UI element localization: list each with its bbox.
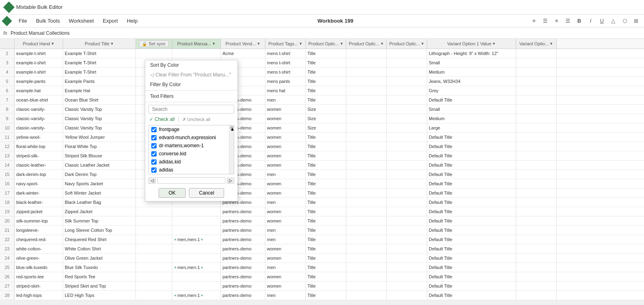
cell-i[interactable] [387, 161, 427, 169]
cell-f[interactable]: women [265, 216, 306, 225]
cell-f[interactable]: women [265, 161, 306, 169]
filter-icon-f[interactable]: ▼ [299, 42, 303, 46]
cell-f[interactable]: women [265, 244, 306, 253]
cell-g[interactable]: Title [306, 291, 346, 300]
cell-a[interactable]: silk-summer-top [15, 216, 63, 225]
cell-f[interactable]: mens t-shirt [265, 58, 306, 67]
cell-c[interactable] [136, 216, 172, 225]
cell-b[interactable]: Soft Winter Jacket [63, 189, 136, 197]
col-header-h[interactable]: Product Optic... ▼ [346, 39, 387, 49]
filter-checkbox[interactable] [151, 127, 157, 132]
cell-h[interactable] [346, 68, 387, 76]
cell-j[interactable]: Large [427, 123, 516, 132]
cell-i[interactable] [387, 198, 427, 207]
cell-f[interactable]: women [265, 114, 306, 123]
cell-j[interactable]: Default Title [427, 282, 516, 290]
cell-k[interactable] [516, 226, 557, 235]
scroll-up-arrow[interactable]: ▲ [230, 126, 233, 129]
cell-e[interactable]: partners-demo [221, 216, 265, 225]
cell-a[interactable]: striped-silk- [15, 151, 63, 160]
align-right-icon[interactable]: ≡ [552, 16, 561, 26]
cell-g[interactable]: Size [306, 123, 346, 132]
cell-i[interactable] [387, 235, 427, 244]
cell-g[interactable]: Title [306, 86, 346, 95]
cell-b[interactable]: Silk Summer Top [63, 216, 136, 225]
cell-g[interactable]: Title [306, 151, 346, 160]
text-filters-item[interactable]: Text Filters [145, 91, 237, 101]
cell-i[interactable] [387, 179, 427, 188]
cell-j[interactable]: Default Title [427, 291, 516, 300]
cell-b[interactable]: Dark Denim Top [63, 170, 136, 179]
cell-k[interactable] [516, 151, 557, 160]
cell-a[interactable]: red-sports-tee [15, 272, 63, 281]
cell-g[interactable]: Title [306, 216, 346, 225]
cell-c[interactable] [136, 49, 172, 58]
col-header-e[interactable]: Product Vend... ▼ [221, 39, 265, 49]
cell-b[interactable]: Floral White Top [63, 142, 136, 151]
cell-h[interactable] [346, 133, 387, 142]
cell-j[interactable]: Grey [427, 86, 516, 95]
cell-g[interactable]: Title [306, 49, 346, 58]
cell-g[interactable]: Title [306, 272, 346, 281]
cell-b[interactable]: Black Leather Bag [63, 198, 136, 207]
cell-h[interactable] [346, 77, 387, 86]
cell-k[interactable] [516, 161, 557, 169]
cell-j[interactable]: Default Title [427, 198, 516, 207]
cell-c[interactable] [136, 291, 172, 300]
filter-checkbox[interactable] [151, 135, 157, 140]
cell-a[interactable]: striped-skirt- [15, 282, 63, 290]
cell-h[interactable] [346, 235, 387, 244]
hscroll-input[interactable] [157, 177, 225, 184]
cell-h[interactable] [346, 282, 387, 290]
cell-b[interactable]: Classic Varsity Top [63, 123, 136, 132]
cell-c[interactable] [136, 263, 172, 272]
cell-b[interactable]: Classic Varsity Top [63, 105, 136, 114]
cell-a[interactable]: navy-sport- [15, 179, 63, 188]
filter-icon-g[interactable]: ▼ [340, 42, 343, 46]
cell-g[interactable]: Size [306, 105, 346, 114]
cell-f[interactable]: women [265, 105, 306, 114]
align-center-icon[interactable]: ☰ [540, 16, 550, 26]
cell-d[interactable]: +men,men-1+ [172, 291, 221, 300]
set-sync-button[interactable]: 🔒 Set sync [139, 40, 168, 47]
cell-a[interactable]: example-t-shirt [15, 58, 63, 67]
cell-i[interactable] [387, 142, 427, 151]
menu-help[interactable]: Help [123, 16, 142, 25]
cell-f[interactable]: women [265, 123, 306, 132]
cell-f[interactable]: women [265, 207, 306, 216]
cell-g[interactable]: Title [306, 235, 346, 244]
cell-a[interactable]: longsleeve- [15, 226, 63, 235]
cell-b[interactable]: Classic Varsity Top [63, 114, 136, 123]
cell-g[interactable]: Title [306, 198, 346, 207]
cell-i[interactable] [387, 244, 427, 253]
cell-a[interactable]: led-high-tops [15, 291, 63, 300]
cell-k[interactable] [516, 216, 557, 225]
cell-g[interactable]: Title [306, 244, 346, 253]
cell-i[interactable] [387, 77, 427, 86]
cell-j[interactable]: Default Title [427, 235, 516, 244]
cell-k[interactable] [516, 282, 557, 290]
cell-i[interactable] [387, 95, 427, 104]
cell-a[interactable]: classic-varsity- [15, 123, 63, 132]
cell-a[interactable]: black-leather- [15, 198, 63, 207]
filter-checkbox[interactable] [151, 167, 157, 173]
cell-g[interactable]: Title [306, 58, 346, 67]
cell-i[interactable] [387, 216, 427, 225]
cell-f[interactable]: women [265, 272, 306, 281]
cell-f[interactable]: women [265, 179, 306, 188]
cell-e[interactable]: Acme [221, 49, 265, 58]
cell-b[interactable]: Navy Sports Jacket [63, 179, 136, 188]
cell-i[interactable] [387, 58, 427, 67]
cell-b[interactable]: Zipped Jacket [63, 207, 136, 216]
check-all-link[interactable]: ✓ Check all [149, 116, 175, 122]
hscroll-left-btn[interactable]: ◁ [148, 178, 156, 184]
cell-e[interactable]: partners-demo [221, 254, 265, 263]
cell-k[interactable] [516, 244, 557, 253]
cell-c[interactable] [136, 272, 172, 281]
cell-j[interactable]: Medium [427, 114, 516, 123]
cell-k[interactable] [516, 179, 557, 188]
cell-f[interactable]: men [265, 291, 306, 300]
clear-filter-item[interactable]: ◁ Clear Filter From "Product Manu..." [145, 70, 237, 80]
cell-h[interactable] [346, 49, 387, 58]
cell-d[interactable] [172, 282, 221, 290]
